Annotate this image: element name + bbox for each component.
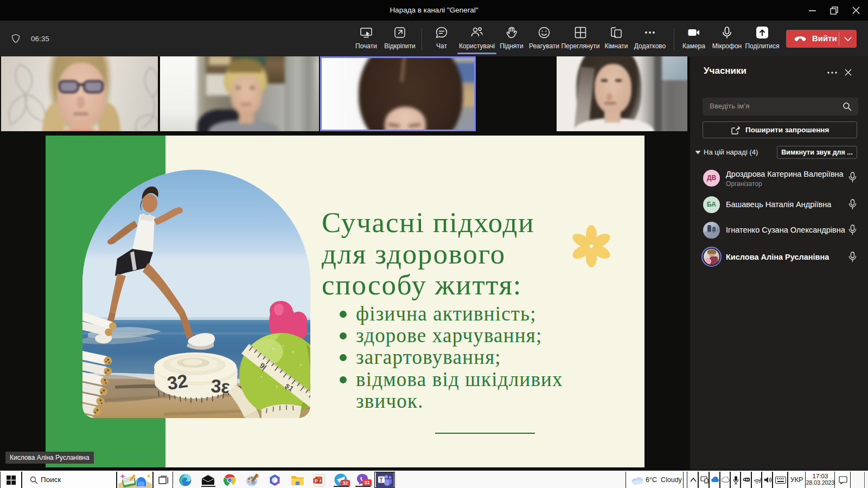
svg-text:32: 32	[166, 370, 189, 394]
svg-text:3ε: 3ε	[210, 375, 231, 397]
svg-text:T: T	[380, 477, 383, 483]
svg-text:P: P	[315, 478, 318, 484]
